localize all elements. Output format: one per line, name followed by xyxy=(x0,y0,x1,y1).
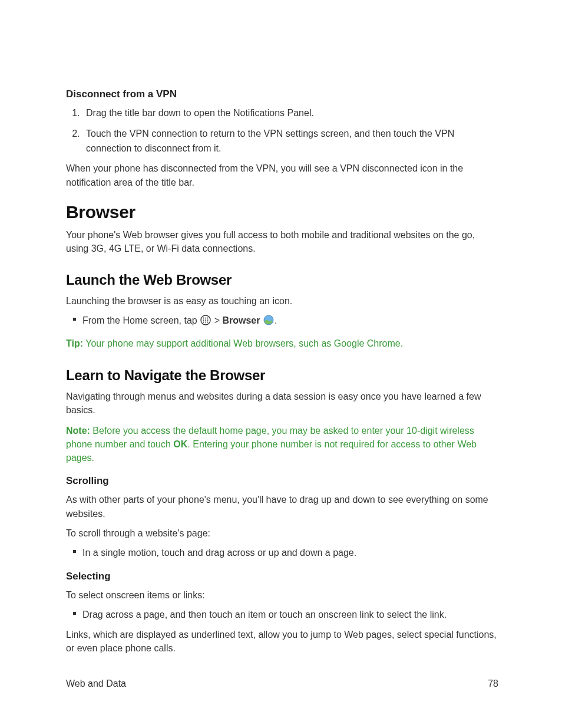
disconnect-after-text: When your phone has disconnected from th… xyxy=(66,162,498,189)
selecting-after: Links, which are displayed as underlined… xyxy=(66,628,498,655)
heading-selecting: Selecting xyxy=(66,571,498,582)
scrolling-p1: As with other parts of your phone's menu… xyxy=(66,493,498,520)
footer-page-number: 78 xyxy=(488,678,498,689)
heading-launch-web-browser: Launch the Web Browser xyxy=(66,272,498,288)
note-bold: OK xyxy=(173,439,187,449)
svg-point-9 xyxy=(207,322,209,323)
launch-intro: Launching the browser is as easy as touc… xyxy=(66,294,498,308)
navigate-intro: Navigating through menus and websites du… xyxy=(66,390,498,417)
svg-point-6 xyxy=(207,319,209,321)
footer-section-name: Web and Data xyxy=(66,678,126,689)
launch-bullet-gt: > xyxy=(211,315,222,325)
scrolling-p2: To scroll through a website's page: xyxy=(66,526,498,540)
document-page: Disconnect from a VPN Drag the title bar… xyxy=(0,0,562,728)
tip-label: Tip: xyxy=(66,338,83,348)
launch-bullet-prefix: From the Home screen, tap xyxy=(82,315,200,325)
svg-point-7 xyxy=(203,322,204,323)
svg-point-8 xyxy=(205,322,206,323)
launch-bullet-period: . xyxy=(275,315,277,325)
list-item: In a single motion, touch and drag acros… xyxy=(82,546,498,560)
selecting-intro: To select onscreen items or links: xyxy=(66,588,498,602)
navigate-note: Note: Before you access the default home… xyxy=(66,424,498,465)
list-item: Touch the VPN connection to return to th… xyxy=(82,127,498,156)
launch-tip: Tip: Your phone may support additional W… xyxy=(66,337,498,350)
disconnect-steps-list: Drag the title bar down to open the Noti… xyxy=(66,106,498,156)
heading-scrolling: Scrolling xyxy=(66,475,498,487)
browser-globe-icon xyxy=(263,315,274,330)
svg-point-3 xyxy=(207,318,209,319)
scrolling-bullet-list: In a single motion, touch and drag acros… xyxy=(66,546,498,560)
svg-point-1 xyxy=(203,318,204,319)
launch-bullet-bold: Browser xyxy=(222,315,260,325)
launch-bullet-list: From the Home screen, tap > Browser . xyxy=(66,314,498,330)
tip-text: Your phone may support additional Web br… xyxy=(83,338,403,348)
svg-point-4 xyxy=(203,319,204,321)
list-item: From the Home screen, tap > Browser . xyxy=(82,314,498,330)
note-label: Note: xyxy=(66,426,90,436)
selecting-bullet-list: Drag across a page, and then touch an it… xyxy=(66,608,498,622)
heading-disconnect-vpn: Disconnect from a VPN xyxy=(66,88,498,100)
apps-grid-icon xyxy=(200,315,211,330)
list-item: Drag the title bar down to open the Noti… xyxy=(82,106,498,121)
page-footer: Web and Data 78 xyxy=(66,678,498,689)
svg-point-5 xyxy=(205,319,206,321)
heading-browser: Browser xyxy=(66,202,498,222)
list-item: Drag across a page, and then touch an it… xyxy=(82,608,498,622)
browser-intro: Your phone's Web browser gives you full … xyxy=(66,228,498,255)
heading-learn-navigate: Learn to Navigate the Browser xyxy=(66,367,498,384)
svg-point-2 xyxy=(205,318,206,319)
